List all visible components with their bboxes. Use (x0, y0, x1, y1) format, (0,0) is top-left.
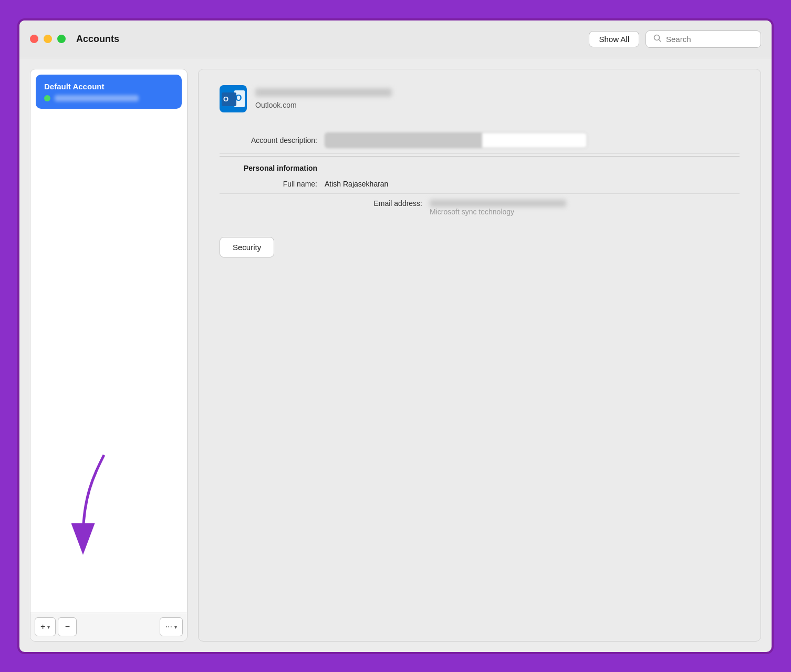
search-icon (653, 34, 662, 44)
close-button[interactable] (30, 35, 38, 43)
search-box (646, 30, 761, 48)
more-icon: ··· (165, 622, 172, 632)
arrow-annotation (41, 444, 146, 560)
form-row-email: Email address: Microsoft sync technology (220, 194, 740, 221)
account-header: O O Outlook.com (220, 85, 740, 112)
description-input[interactable] (325, 132, 587, 148)
fullname-label: Full name: (220, 180, 325, 188)
form-row-personal-header: Personal information (220, 159, 740, 174)
account-item-row (44, 95, 173, 101)
section-divider (220, 156, 740, 157)
window-controls (30, 35, 66, 43)
account-item-default[interactable]: Default Account (36, 75, 182, 109)
title-bar: Accounts Show All (19, 20, 772, 58)
minimize-button[interactable] (44, 35, 52, 43)
email-blurred (430, 200, 566, 207)
security-button[interactable]: Security (220, 237, 274, 257)
status-dot (44, 95, 50, 101)
remove-icon: − (65, 622, 70, 632)
more-options-button[interactable]: ··· ▾ (160, 617, 183, 636)
outlook-icon: O O (220, 85, 247, 112)
maximize-button[interactable] (57, 35, 66, 43)
form-section: Account description: Personal informatio… (220, 127, 740, 221)
left-panel-bottom: + ▾ − ··· ▾ (30, 613, 187, 641)
sync-hint: Microsoft sync technology (430, 208, 514, 216)
account-name-area: Outlook.com (255, 88, 392, 109)
form-row-fullname: Full name: Atish Rajasekharan (220, 174, 740, 194)
add-chevron-icon: ▾ (47, 624, 50, 630)
account-list: Default Account (30, 69, 187, 346)
right-panel: O O Outlook.com Account description: (198, 69, 761, 642)
svg-line-1 (659, 39, 661, 42)
email-label: Email address: (325, 199, 430, 208)
main-content: Default Account (19, 58, 772, 652)
show-all-button[interactable]: Show All (589, 31, 639, 47)
window-title: Accounts (76, 34, 589, 45)
add-icon: + (40, 622, 45, 632)
account-name-blurred (255, 88, 392, 97)
svg-text:O: O (223, 95, 228, 103)
account-email-blurred (55, 95, 139, 101)
left-panel: Default Account (30, 69, 188, 642)
account-item-title: Default Account (44, 82, 173, 91)
search-input[interactable] (666, 35, 750, 44)
toolbar-right: Show All (589, 30, 761, 48)
remove-account-button[interactable]: − (58, 617, 77, 636)
add-account-button[interactable]: + ▾ (35, 617, 56, 636)
description-label: Account description: (220, 136, 325, 144)
security-section: Security (220, 237, 740, 257)
more-chevron-icon: ▾ (174, 624, 177, 630)
account-type: Outlook.com (255, 101, 392, 109)
form-row-description: Account description: (220, 127, 740, 154)
fullname-value: Atish Rajasekharan (325, 180, 388, 188)
personal-info-label: Personal information (220, 164, 325, 172)
